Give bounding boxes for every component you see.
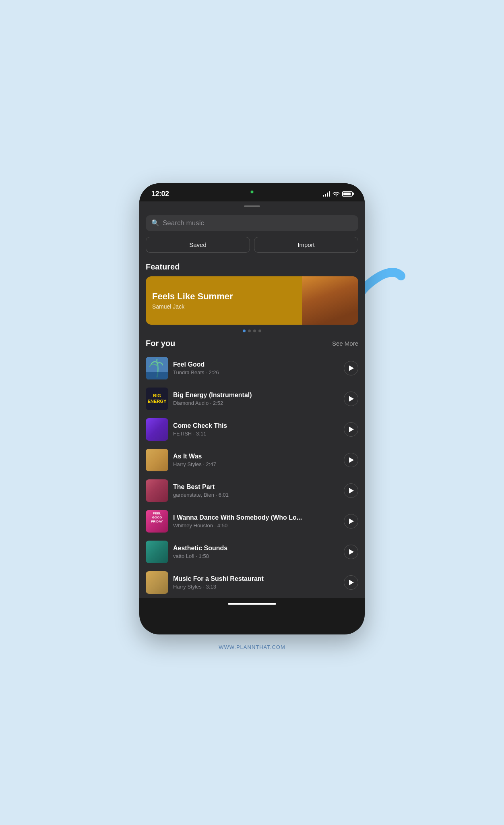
track-artwork-4 <box>146 449 168 471</box>
play-triangle-6 <box>349 518 354 524</box>
carousel-dots <box>146 325 358 336</box>
track-info-6: I Wanna Dance With Somebody (Who Lo... W… <box>173 514 339 529</box>
track-name-3: Come Check This <box>173 422 339 429</box>
track-item: The Best Part gardenstate, Bien · 6:01 <box>146 475 358 506</box>
see-more-button[interactable]: See More <box>332 340 358 347</box>
play-triangle-7 <box>349 549 354 555</box>
track-meta-8: Harry Styles · 3:13 <box>173 584 339 590</box>
track-artwork-5 <box>146 479 168 502</box>
green-dot-indicator <box>251 191 254 193</box>
play-button-7[interactable] <box>344 545 358 559</box>
track-name-6: I Wanna Dance With Somebody (Who Lo... <box>173 514 339 521</box>
featured-artist: Samuel Jack <box>152 303 295 310</box>
carousel-dot-2 <box>248 330 251 332</box>
featured-content: Feels Like Summer Samuel Jack <box>146 276 302 325</box>
track-meta-4: Harry Styles · 2:47 <box>173 461 339 467</box>
featured-image <box>302 276 358 325</box>
track-item: FEELGOODFRIDAY I Wanna Dance With Somebo… <box>146 506 358 537</box>
track-info-8: Music For a Sushi Restaurant Harry Style… <box>173 575 339 590</box>
home-indicator <box>228 603 276 605</box>
play-button-5[interactable] <box>344 483 358 498</box>
track-name-5: The Best Part <box>173 483 339 491</box>
track-artwork-8 <box>146 571 168 594</box>
status-icons <box>323 191 353 197</box>
search-container: 🔍 Search music <box>139 209 365 237</box>
play-button-1[interactable] <box>344 361 358 375</box>
carousel-dot-4 <box>258 330 261 332</box>
track-info-4: As It Was Harry Styles · 2:47 <box>173 453 339 467</box>
track-info-1: Feel Good Tundra Beats · 2:26 <box>173 361 339 375</box>
track-name-4: As It Was <box>173 453 339 460</box>
play-triangle-1 <box>349 365 354 371</box>
track-name-1: Feel Good <box>173 361 339 368</box>
wifi-icon <box>333 191 340 197</box>
track-artwork-1 <box>146 357 168 379</box>
play-button-8[interactable] <box>344 575 358 590</box>
tab-import[interactable]: Import <box>254 237 358 253</box>
track-item: As It Was Harry Styles · 2:47 <box>146 445 358 475</box>
carousel-dot-3 <box>253 330 256 332</box>
track-meta-7: vatto Lofi · 1:58 <box>173 553 339 559</box>
track-item: Aesthetic Sounds vatto Lofi · 1:58 <box>146 537 358 567</box>
track-info-2: Big Energy (Instrumental) Diamond Audio … <box>173 392 339 406</box>
play-button-3[interactable] <box>344 422 358 437</box>
phone-wrapper: 12:02 <box>139 183 365 634</box>
play-triangle-4 <box>349 457 354 463</box>
track-artwork-6: FEELGOODFRIDAY <box>146 510 168 533</box>
bottom-bar <box>139 598 365 610</box>
for-you-header: For you See More <box>139 336 365 353</box>
tab-saved[interactable]: Saved <box>146 237 250 253</box>
track-item: BIGENERGY Big Energy (Instrumental) Diam… <box>146 383 358 414</box>
phone-frame: 12:02 <box>139 183 365 634</box>
track-item: Come Check This FETISH · 3:11 <box>146 414 358 445</box>
status-bar: 12:02 <box>139 183 365 201</box>
svg-rect-2 <box>146 372 168 379</box>
track-item: Music For a Sushi Restaurant Harry Style… <box>146 567 358 598</box>
play-triangle-5 <box>349 488 354 493</box>
featured-heading: Featured <box>146 262 358 272</box>
track-info-7: Aesthetic Sounds vatto Lofi · 1:58 <box>173 545 339 559</box>
play-triangle-3 <box>349 427 354 432</box>
search-bar[interactable]: 🔍 Search music <box>146 215 358 231</box>
carousel-dot-1 <box>243 330 246 332</box>
content-area: 🔍 Search music Saved Import Featured Fee… <box>139 209 365 598</box>
featured-card[interactable]: Feels Like Summer Samuel Jack <box>146 276 358 325</box>
track-meta-2: Diamond Audio · 2:52 <box>173 400 339 406</box>
track-name-2: Big Energy (Instrumental) <box>173 392 339 399</box>
footer: WWW.PLANNTHAT.COM <box>219 644 285 650</box>
track-info-3: Come Check This FETISH · 3:11 <box>173 422 339 437</box>
battery-icon <box>342 191 353 197</box>
for-you-title: For you <box>146 339 175 348</box>
play-button-4[interactable] <box>344 453 358 467</box>
status-time: 12:02 <box>151 190 169 198</box>
track-artwork-3 <box>146 418 168 441</box>
featured-section: Featured Feels Like Summer Samuel Jack <box>139 259 365 336</box>
play-triangle-2 <box>349 396 354 402</box>
track-name-8: Music For a Sushi Restaurant <box>173 575 339 582</box>
track-meta-1: Tundra Beats · 2:26 <box>173 369 339 375</box>
track-item: Feel Good Tundra Beats · 2:26 <box>146 353 358 383</box>
play-button-6[interactable] <box>344 514 358 529</box>
featured-title: Feels Like Summer <box>152 291 295 302</box>
signal-bars-icon <box>323 191 330 197</box>
track-list: Feel Good Tundra Beats · 2:26 BIGENERGY … <box>139 353 365 598</box>
track-info-5: The Best Part gardenstate, Bien · 6:01 <box>173 483 339 498</box>
track-meta-3: FETISH · 3:11 <box>173 431 339 437</box>
track-meta-6: Whitney Houston · 4:50 <box>173 522 339 529</box>
track-artwork-2: BIGENERGY <box>146 388 168 410</box>
track-meta-5: gardenstate, Bien · 6:01 <box>173 492 339 498</box>
sheet-handle <box>139 201 365 209</box>
track-name-7: Aesthetic Sounds <box>173 545 339 552</box>
play-button-2[interactable] <box>344 392 358 406</box>
footer-url: WWW.PLANNTHAT.COM <box>219 644 285 650</box>
handle-bar <box>244 205 260 207</box>
search-icon: 🔍 <box>151 219 159 227</box>
tab-buttons: Saved Import <box>139 237 365 259</box>
big-energy-label: BIGENERGY <box>146 391 168 406</box>
track-artwork-7 <box>146 541 168 563</box>
search-placeholder: Search music <box>163 219 204 227</box>
play-triangle-8 <box>349 580 354 585</box>
